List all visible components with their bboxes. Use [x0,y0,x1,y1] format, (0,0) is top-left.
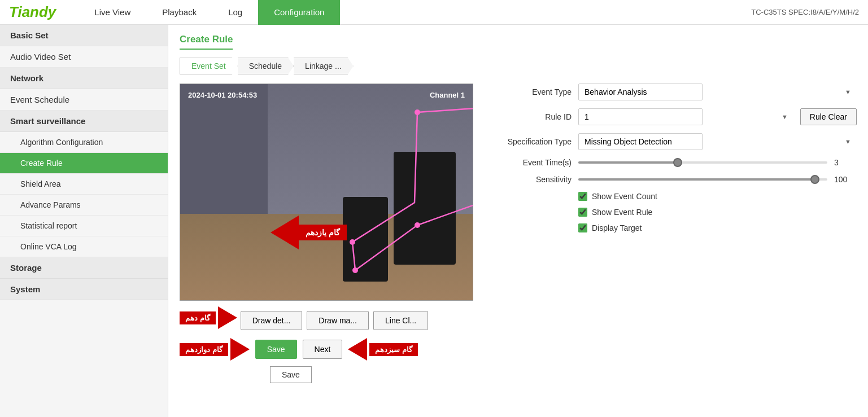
tab-linkage[interactable]: Linkage ... [294,58,354,74]
event-time-row: Event Time(s) 3 [487,158,857,167]
step13-label: گام سیزدهم [369,343,418,356]
spec-type-label: Specification Type [487,137,572,146]
sidebar-item-basic-set[interactable]: Basic Set [0,25,168,46]
rule-id-row: Rule ID 1 Rule Clear [487,108,857,125]
spec-type-select-wrapper: Missing Object Detection [578,133,857,150]
save-next-row: گام دوازدهم Save Next گام سیزدهم [180,338,473,361]
action-buttons: Draw det... Draw ma... Line Cl... [241,311,429,330]
rule-clear-button[interactable]: Rule Clear [800,108,857,125]
scene-chair1 [394,152,456,265]
display-target-row: Display Target [578,223,857,232]
event-time-slider[interactable] [578,161,827,164]
sidebar-item-create-rule[interactable]: Create Rule [0,153,168,174]
line-cl-button[interactable]: Line Cl... [373,311,428,330]
two-col-layout: 2024-10-01 20:54:53 Channel 1 [180,84,857,383]
event-time-fill [578,161,678,164]
step11-arrow [271,216,299,249]
step11-label: گام یازدهم [299,225,347,240]
page-title: Create Rule [180,34,233,50]
camera-scene [180,84,473,300]
step12-arrow [230,338,250,361]
scene-chair2 [343,197,388,282]
camera-view: 2024-10-01 20:54:53 Channel 1 [180,84,473,301]
next-button[interactable]: Next [303,340,343,359]
sidebar-item-system[interactable]: System [0,279,168,300]
show-event-rule-checkbox[interactable] [578,208,587,217]
show-event-count-label: Show Event Count [592,192,657,201]
sensitivity-fill [578,178,815,181]
draw-ma-button[interactable]: Draw ma... [307,311,369,330]
save-button[interactable]: Save [255,340,297,359]
save-tooltip-area: Save [270,364,473,383]
tab-schedule[interactable]: Schedule [238,58,294,74]
tab-event-set[interactable]: Event Set [180,58,238,74]
spec-type-row: Specification Type Missing Object Detect… [487,133,857,150]
sidebar-item-online-vca-log[interactable]: Online VCA Log [0,236,168,257]
nav-playback[interactable]: Playback [146,0,212,25]
sidebar-item-statistical-report[interactable]: Statistical report [0,216,168,236]
rule-id-select-wrapper: 1 [578,108,793,125]
rule-id-select[interactable]: 1 [578,108,703,125]
scene-wall-left [180,84,268,225]
event-type-select-wrapper: Behavior Analysis [578,84,857,100]
camera-channel: Channel 1 [430,91,465,99]
tab-bar: Event Set Schedule Linkage ... [180,58,857,74]
show-event-rule-label: Show Event Rule [592,208,652,217]
step10-row: گام دهم Draw det... Draw ma... Line Cl..… [180,305,473,330]
sensitivity-value: 100 [834,175,857,184]
show-event-rule-row: Show Event Rule [578,208,857,217]
sensitivity-label: Sensitivity [487,175,572,184]
spec-type-select[interactable]: Missing Object Detection [578,133,703,150]
camera-timestamp: 2024-10-01 20:54:53 [188,91,257,99]
sensitivity-slider[interactable] [578,178,827,181]
sidebar-item-storage[interactable]: Storage [0,257,168,279]
draw-det-button[interactable]: Draw det... [241,311,303,330]
step13-arrow [348,338,367,361]
content-area: Create Rule Event Set Schedule Linkage .… [168,25,868,417]
event-type-row: Event Type Behavior Analysis [487,84,857,100]
nav-configuration[interactable]: Configuration [258,0,340,25]
annotation-step11: گام یازدهم [271,216,347,249]
event-type-label: Event Type [487,87,572,96]
display-target-checkbox[interactable] [578,223,587,232]
sidebar-item-audio-video-set[interactable]: Audio Video Set [0,46,168,68]
sidebar-item-smart-surveillance[interactable]: Smart surveillance [0,111,168,132]
logo: Tiandy [9,3,56,21]
rule-id-label: Rule ID [487,112,572,121]
show-event-count-checkbox[interactable] [578,192,587,201]
sidebar-item-network[interactable]: Network [0,68,168,89]
save-tooltip[interactable]: Save [270,366,312,383]
device-info: TC-C35TS SPEC:I8/A/E/Y/M/H/2 [751,8,859,16]
event-time-label: Event Time(s) [487,158,572,167]
sidebar-item-event-schedule[interactable]: Event Schedule [0,89,168,111]
step12-label: گام دوازدهم [180,343,228,356]
nav-log[interactable]: Log [212,0,258,25]
left-column: 2024-10-01 20:54:53 Channel 1 [180,84,473,383]
sidebar-item-shield-area[interactable]: Shield Area [0,174,168,195]
right-column: Event Type Behavior Analysis Rule ID 1 [487,84,857,383]
sidebar: Basic Set Audio Video Set Network Event … [0,25,168,417]
display-target-label: Display Target [592,223,642,232]
event-time-thumb[interactable] [673,158,682,167]
annotation-step10: گام دهم [180,306,237,329]
sensitivity-thumb[interactable] [810,175,819,184]
annotation-step12: گام دوازدهم [180,338,250,361]
sensitivity-row: Sensitivity 100 [487,175,857,184]
step10-label: گام دهم [180,311,216,324]
sidebar-item-algorithm-config[interactable]: Algorithm Configuration [0,132,168,153]
annotation-step13: گام سیزدهم [348,338,418,361]
main-layout: Basic Set Audio Video Set Network Event … [0,25,868,417]
nav-live-view[interactable]: Live View [78,0,146,25]
event-type-select[interactable]: Behavior Analysis [578,84,703,100]
event-time-value: 3 [834,158,857,167]
show-event-count-row: Show Event Count [578,192,857,201]
step10-arrow [218,306,237,329]
sidebar-item-advance-params[interactable]: Advance Params [0,195,168,216]
top-nav: Tiandy Live View Playback Log Configurat… [0,0,868,25]
